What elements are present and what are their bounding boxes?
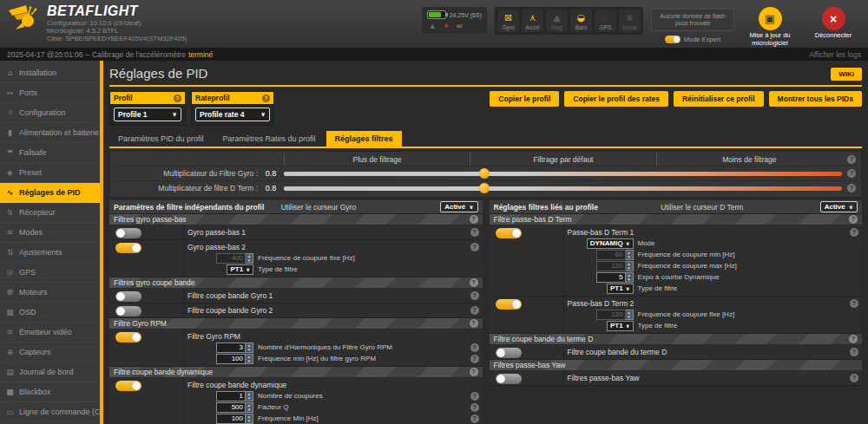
help-icon[interactable]: ? — [470, 306, 479, 315]
profile-select[interactable]: Profile 1 ∨ — [114, 108, 181, 121]
select-input[interactable]: PT1∨ — [607, 284, 634, 294]
tab-parametres-rates-du-profil[interactable]: Paramètres Rates du profil — [214, 131, 325, 147]
toggle-switch[interactable] — [115, 381, 141, 391]
help-icon[interactable]: ? — [470, 392, 479, 401]
copier-le-profil-des-rates-button[interactable]: Copier le profil des rates — [564, 91, 668, 107]
sidebar-item-modes[interactable]: ≡Modes — [0, 223, 100, 243]
help-icon[interactable]: ? — [470, 343, 479, 352]
firmware-update-button[interactable]: ▣ Mise à jour du micrologiciel — [742, 7, 798, 47]
reinitialiser-ce-profil-button[interactable]: Réinitialiser ce profil — [674, 91, 764, 107]
toggle-switch[interactable] — [115, 306, 141, 316]
help-icon[interactable]: ? — [847, 184, 856, 192]
number-input[interactable]: 120▲▼ — [596, 310, 634, 320]
rateprofile-select[interactable]: Profile rate 4 ∨ — [195, 108, 270, 121]
sidebar-item-blackbox[interactable]: ■Blackbox — [0, 382, 100, 402]
toggle-switch[interactable] — [496, 228, 522, 238]
help-icon[interactable]: ? — [470, 215, 478, 224]
help-icon[interactable]: ? — [470, 414, 479, 423]
number-input[interactable]: 100▲▼ — [216, 354, 253, 364]
help-icon[interactable]: ? — [470, 319, 478, 328]
help-icon[interactable]: ? — [847, 155, 856, 164]
help-icon[interactable]: ? — [470, 243, 479, 251]
slider-track[interactable] — [284, 167, 842, 179]
help-icon[interactable]: ? — [850, 348, 858, 356]
slider-knob[interactable] — [479, 168, 490, 179]
sidebar-item-ajustements[interactable]: ⇅Ajustements — [0, 243, 100, 263]
number-input[interactable]: 5▲▼ — [596, 272, 634, 283]
sidebar-item-ports[interactable]: ↔Ports — [0, 83, 100, 103]
help-icon[interactable]: ? — [470, 291, 479, 300]
spinner-buttons[interactable]: ▲▼ — [246, 354, 253, 364]
spinner-buttons[interactable]: ▲▼ — [246, 414, 253, 424]
spinner-buttons[interactable]: ▲▼ — [626, 250, 634, 260]
toggle-switch[interactable] — [115, 228, 141, 238]
sidebar-item-reglages-de-pid[interactable]: ∿Réglages de PID — [0, 183, 100, 203]
sidebar-item-label: Modes — [19, 228, 43, 237]
number-input[interactable]: 400▲▼ — [216, 253, 253, 264]
flash-data-button[interactable]: Aucune donnée de flash puce trouvée — [651, 9, 734, 31]
help-icon[interactable]: ? — [850, 374, 858, 382]
help-icon[interactable]: ? — [262, 95, 270, 102]
spinner-buttons[interactable]: ▲▼ — [246, 342, 253, 353]
help-icon[interactable]: ? — [470, 278, 478, 287]
number-input[interactable]: 60▲▼ — [596, 250, 634, 260]
montrer-tous-les-pids-button[interactable]: Montrer tous les PIDs — [769, 91, 862, 107]
expert-mode-toggle[interactable] — [665, 36, 681, 43]
toggle-switch[interactable] — [115, 243, 141, 253]
slider-knob[interactable] — [479, 183, 490, 193]
sidebar-item-recepteur[interactable]: ↯Récepteur — [0, 203, 100, 223]
sidebar-item-moteurs[interactable]: ☸Moteurs — [0, 283, 100, 303]
help-icon[interactable]: ? — [470, 368, 478, 376]
sidebar-item-osd[interactable]: ▦OSD — [0, 303, 100, 323]
wiki-button[interactable]: WIKI — [831, 68, 862, 81]
number-input[interactable]: 120▲▼ — [596, 261, 634, 271]
spinner-buttons[interactable]: ▲▼ — [626, 261, 634, 271]
show-logs-link[interactable]: Afficher les logs — [809, 50, 861, 59]
help-icon[interactable]: ? — [174, 95, 181, 102]
sidebar-item-alimentation-et-batterie[interactable]: ▮Alimentation et batterie — [0, 123, 100, 143]
spinner-buttons[interactable]: ▲▼ — [626, 272, 634, 283]
copier-le-profil-button[interactable]: Copier le profil — [490, 91, 559, 107]
help-icon[interactable]: ? — [849, 215, 858, 224]
sidebar-item-configuration[interactable]: ☼Configuration — [0, 103, 100, 123]
help-icon[interactable]: ? — [470, 403, 479, 412]
help-icon[interactable]: ? — [850, 228, 858, 237]
toggle-switch[interactable] — [115, 291, 141, 302]
spinner-buttons[interactable]: ▲▼ — [246, 391, 253, 401]
sidebar-item-capteurs[interactable]: ⊕Capteurs — [0, 342, 100, 362]
slider-enable-select[interactable]: Activé∨ — [820, 201, 858, 212]
tab-reglages-filtres[interactable]: Réglages filtres — [326, 131, 402, 147]
number-input[interactable]: 500▲▼ — [216, 402, 253, 413]
sidebar-item-emetteur-video[interactable]: ≋Émetteur vidéo — [0, 323, 100, 342]
filter-row-header: Filtre coupe bande Gyro 2? — [187, 305, 479, 316]
help-icon[interactable]: ? — [850, 299, 858, 308]
toggle-switch[interactable] — [496, 374, 522, 384]
sidebar-item-journal-de-bord[interactable]: ▤Journal de bord — [0, 362, 100, 382]
toggle-switch[interactable] — [115, 332, 141, 342]
field-box: 60▲▼ — [585, 250, 634, 260]
toggle-switch[interactable] — [496, 299, 522, 310]
spinner-buttons[interactable]: ▲▼ — [246, 402, 253, 413]
disconnect-button[interactable]: × Déconnecter — [806, 7, 861, 40]
select-input[interactable]: PT1∨ — [607, 321, 634, 331]
sidebar-item-failsafe[interactable]: ☂Failsafe — [0, 143, 100, 163]
slider-track[interactable] — [284, 182, 842, 194]
help-icon[interactable]: ? — [470, 355, 479, 363]
toggle-switch[interactable] — [496, 348, 522, 358]
number-input[interactable]: 100▲▼ — [216, 414, 253, 424]
number-input[interactable]: 3▲▼ — [216, 342, 253, 353]
spinner-buttons[interactable]: ▲▼ — [246, 253, 253, 264]
help-icon[interactable]: ? — [470, 228, 479, 237]
number-input[interactable]: 1▲▼ — [216, 391, 253, 401]
help-icon[interactable]: ? — [849, 335, 858, 343]
spinner-buttons[interactable]: ▲▼ — [626, 310, 634, 320]
help-icon[interactable]: ? — [847, 169, 856, 178]
sidebar-item-preset[interactable]: ◈Preset — [0, 163, 100, 183]
sidebar-item-installation[interactable]: ⌂Installation — [0, 63, 100, 83]
sidebar-item-gps[interactable]: ◎GPS — [0, 263, 100, 283]
slider-enable-select[interactable]: Activé∨ — [440, 201, 477, 212]
sidebar-item-ligne-de-commande-cli[interactable]: ▭Ligne de commande (CLI) — [0, 402, 100, 422]
select-input[interactable]: PT1∨ — [227, 264, 253, 275]
tab-parametres-pid-du-profil[interactable]: Paramètres PID du profil — [109, 131, 213, 147]
select-input[interactable]: DYNAMIQ∨ — [587, 238, 634, 249]
